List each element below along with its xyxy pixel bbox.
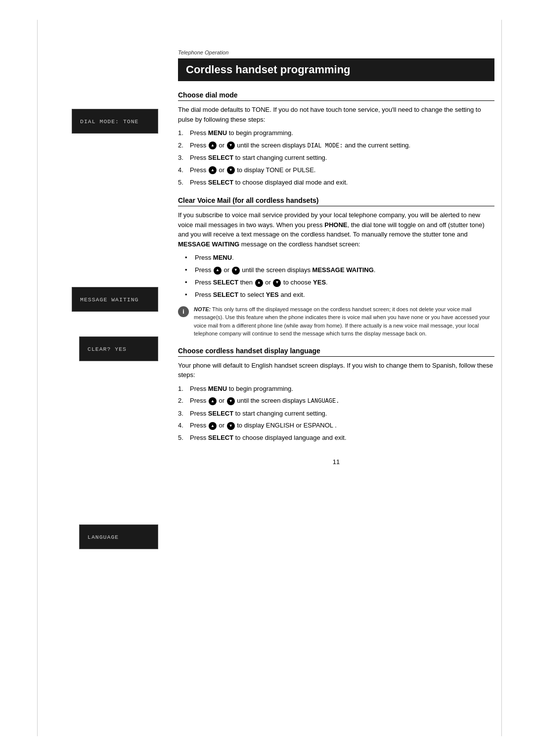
bullet-up-down-message: Press or until the screen displays MESSA… [185, 265, 494, 276]
bullet-menu: Press MENU. [185, 253, 494, 263]
language-screen: LANGUAGE [79, 524, 158, 549]
dial-mode-step-3: 3. Press SELECT to start changing curren… [178, 153, 494, 163]
language-step-4: 4. Press or to display ENGLISH or ESPANO… [178, 421, 494, 431]
up-btn-icon [214, 267, 222, 275]
page-title: Cordless handset programming [186, 63, 487, 76]
dial-mode-step-2: 2. Press or until the screen displays DI… [178, 141, 494, 151]
down-btn-icon [227, 397, 235, 405]
left-margin: DIAL MODE: TONE MESSAGE WAITING CLEAR? Y… [0, 30, 168, 726]
dial-mode-step-1: 1. Press MENU to begin programming. [178, 128, 494, 139]
note-icon: i [178, 306, 189, 317]
bullet-select-yes-exit: Press SELECT to select YES and exit. [185, 290, 494, 300]
choose-language-heading: Choose cordless handset display language [178, 347, 494, 357]
up-btn-icon [209, 397, 217, 405]
main-content: Telephone Operation Cordless handset pro… [168, 30, 534, 726]
clear-yes-screen: CLEAR? YES [79, 336, 158, 361]
clear-voice-mail-heading: Clear Voice Mail (for all cordless hands… [178, 196, 494, 206]
up-btn-icon [255, 279, 263, 287]
language-step-2: 2. Press or until the screen displays LA… [178, 396, 494, 406]
language-step-5: 5. Press SELECT to choose displayed lang… [178, 433, 494, 443]
up-btn-icon [209, 142, 217, 149]
page-number: 11 [178, 458, 494, 466]
dial-mode-step-5: 5. Press SELECT to choose displayed dial… [178, 178, 494, 188]
bullet-select-then-yes: Press SELECT then or to choose YES. [185, 278, 494, 288]
up-btn-icon [209, 422, 217, 430]
down-btn-icon [227, 422, 235, 430]
page-title-block: Cordless handset programming [178, 58, 494, 81]
down-btn-icon [232, 267, 240, 275]
clear-voice-mail-body: If you subscribe to voice mail service p… [178, 210, 494, 249]
language-step-1: 1. Press MENU to begin programming. [178, 384, 494, 394]
choose-language-body: Your phone will default to English hands… [178, 361, 494, 380]
message-waiting-screen: MESSAGE WAITING [72, 287, 158, 312]
dial-mode-steps: 1. Press MENU to begin programming. 2. P… [178, 128, 494, 188]
choose-dial-mode-heading: Choose dial mode [178, 91, 494, 101]
note-text: NOTE: This only turns off the displayed … [194, 305, 494, 338]
language-steps: 1. Press MENU to begin programming. 2. P… [178, 384, 494, 443]
down-btn-icon [273, 279, 281, 287]
section-label: Telephone Operation [178, 49, 494, 55]
up-btn-icon [209, 166, 217, 174]
clear-voice-mail-bullets: Press MENU. Press or until the screen di… [185, 253, 494, 300]
dial-mode-step-4: 4. Press or to display TONE or PULSE. [178, 165, 494, 176]
down-btn-icon [227, 166, 235, 174]
down-btn-icon [227, 142, 235, 149]
choose-dial-mode-body: The dial mode defaults to TONE. If you d… [178, 105, 494, 124]
language-step-3: 3. Press SELECT to start changing curren… [178, 409, 494, 419]
dial-mode-screen: DIAL MODE: TONE [72, 109, 158, 134]
note-block: i NOTE: This only turns off the displaye… [178, 305, 494, 338]
